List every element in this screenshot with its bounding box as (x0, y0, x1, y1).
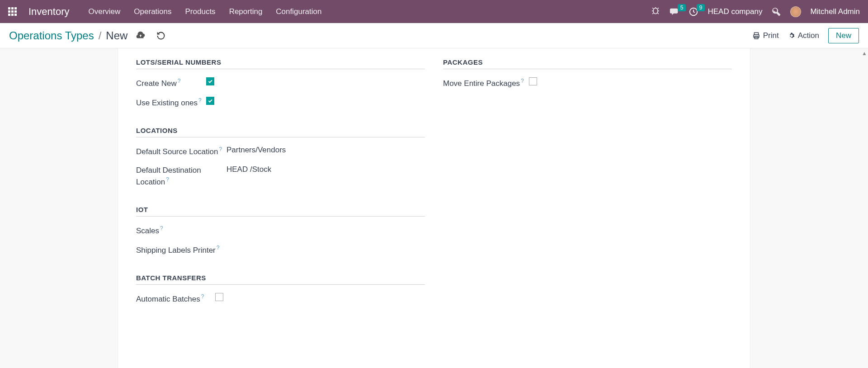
help-icon[interactable]: ? (178, 78, 181, 84)
tools-icon[interactable] (771, 7, 781, 17)
activities-badge: 9 (697, 4, 705, 11)
nav-operations[interactable]: Operations (134, 7, 171, 16)
nav-reporting[interactable]: Reporting (229, 7, 263, 16)
auto-batches-checkbox[interactable] (215, 293, 223, 301)
topbar-right: 5 9 HEAD company Mitchell Admin (651, 6, 860, 17)
control-panel-right: Print Action New (752, 28, 859, 43)
help-icon[interactable]: ? (160, 225, 163, 231)
messages-icon[interactable]: 5 (670, 7, 679, 17)
apps-icon[interactable] (8, 7, 17, 16)
messages-badge: 5 (678, 4, 686, 11)
discard-icon[interactable] (156, 31, 165, 40)
control-panel: Operations Types / New Print Action New (0, 23, 868, 48)
create-new-checkbox[interactable] (206, 77, 214, 85)
save-cloud-icon[interactable] (136, 31, 146, 41)
dest-location-value[interactable]: HEAD /Stock (226, 165, 425, 174)
auto-batches-label: Automatic Batches (136, 294, 200, 303)
action-label: Action (798, 31, 819, 40)
use-existing-label: Use Existing ones (136, 99, 198, 107)
form-sheet: LOTS/SERIAL NUMBERS Create New? Use Exis… (118, 48, 750, 368)
section-lots-title: LOTS/SERIAL NUMBERS (136, 58, 425, 69)
user-avatar[interactable] (790, 6, 801, 17)
section-locations-title: LOCATIONS (136, 127, 425, 137)
nav-products[interactable]: Products (185, 7, 216, 16)
debug-icon[interactable] (651, 7, 660, 17)
activities-icon[interactable]: 9 (689, 7, 698, 17)
move-entire-label: Move Entire Packages (443, 79, 520, 88)
company-selector[interactable]: HEAD company (708, 7, 762, 16)
create-new-label: Create New (136, 79, 177, 88)
app-brand[interactable]: Inventory (28, 6, 70, 18)
section-packages-title: PACKAGES (443, 58, 732, 69)
source-location-label: Default Source Location (136, 147, 218, 156)
printer-label: Shipping Labels Printer (136, 246, 216, 255)
print-label: Print (763, 31, 779, 40)
print-button[interactable]: Print (752, 31, 779, 40)
scales-label: Scales (136, 226, 159, 235)
new-button[interactable]: New (828, 28, 859, 43)
left-column: LOTS/SERIAL NUMBERS Create New? Use Exis… (136, 48, 425, 312)
section-iot-title: IOT (136, 206, 425, 217)
scroll-up-icon[interactable]: ▲ (862, 50, 867, 57)
breadcrumb-current: New (106, 29, 127, 42)
breadcrumb-separator: / (99, 29, 102, 42)
section-batch-title: BATCH TRANSFERS (136, 274, 425, 285)
help-icon[interactable]: ? (198, 97, 202, 104)
help-icon[interactable]: ? (217, 245, 220, 251)
help-icon[interactable]: ? (166, 176, 169, 183)
help-icon[interactable]: ? (521, 78, 524, 84)
action-button[interactable]: Action (788, 31, 819, 40)
user-name[interactable]: Mitchell Admin (810, 7, 860, 16)
help-icon[interactable]: ? (219, 146, 222, 152)
top-navbar: Inventory Overview Operations Products R… (0, 0, 868, 23)
use-existing-checkbox[interactable] (206, 97, 214, 105)
breadcrumb-root[interactable]: Operations Types (9, 29, 94, 42)
svg-point-0 (653, 8, 658, 14)
help-icon[interactable]: ? (201, 293, 204, 300)
breadcrumb: Operations Types / New (9, 29, 165, 42)
move-entire-checkbox[interactable] (529, 77, 537, 85)
nav-overview[interactable]: Overview (89, 7, 121, 16)
right-column: PACKAGES Move Entire Packages? (443, 48, 732, 312)
main-nav: Overview Operations Products Reporting C… (89, 7, 322, 16)
source-location-value[interactable]: Partners/Vendors (226, 146, 425, 155)
nav-configuration[interactable]: Configuration (276, 7, 321, 16)
